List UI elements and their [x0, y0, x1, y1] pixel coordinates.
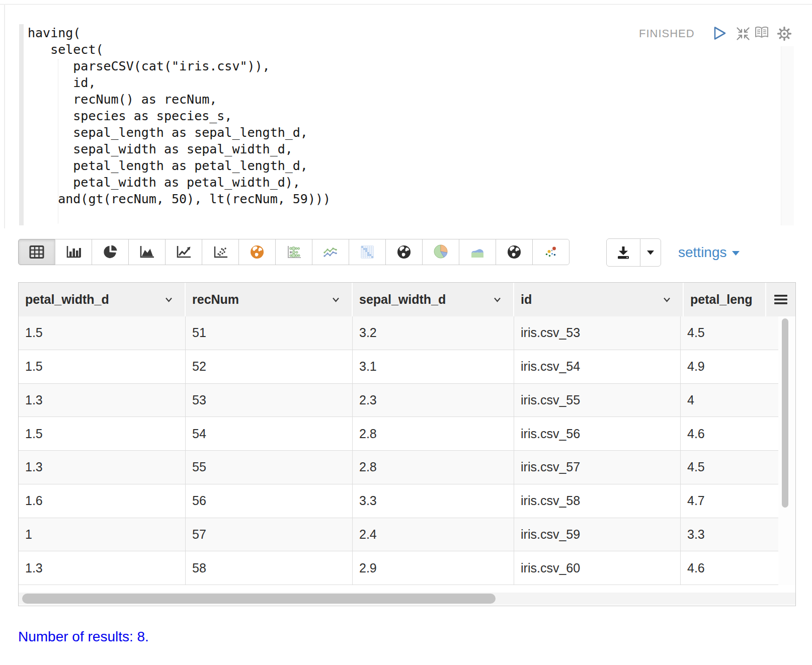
table-cell: 2.8	[353, 417, 514, 450]
table-cell: 58	[186, 551, 353, 585]
chevron-down-icon[interactable]	[332, 297, 340, 302]
code-line[interactable]: petal_width as petal_width_d),	[28, 174, 331, 191]
column-header-label: petal_width_d	[25, 292, 109, 306]
table-cell: 53	[186, 384, 353, 417]
code-line[interactable]: having(	[28, 25, 331, 41]
run-icon[interactable]	[713, 26, 726, 42]
vertical-scrollbar-track[interactable]	[778, 316, 795, 585]
multi-line-chart-button[interactable]	[312, 239, 349, 265]
pie-chart-button[interactable]	[92, 239, 129, 265]
code-line[interactable]: parseCSV(cat("iris.csv")),	[28, 58, 331, 74]
code-line[interactable]: id,	[28, 74, 331, 91]
stacked-area-chart-button[interactable]	[459, 239, 496, 265]
code-line[interactable]: select(	[28, 41, 331, 58]
pie-chart-color-icon	[433, 244, 449, 260]
bar-chart-icon	[65, 245, 82, 259]
table-cell: 1.5	[19, 316, 186, 350]
results-count-link: Number of results: 8.	[18, 629, 149, 645]
map-chart-button[interactable]	[238, 239, 276, 265]
code-line[interactable]: sepal_length as sepal_length_d,	[28, 124, 331, 141]
table-header-row: petal_width_d recNum sepal_width_d id	[19, 283, 795, 316]
chevron-down-icon[interactable]	[165, 297, 173, 302]
table-cell: 54	[186, 417, 353, 450]
line-chart-icon	[176, 245, 192, 259]
editor-scrollbar-track[interactable]	[781, 46, 794, 225]
chevron-down-icon[interactable]	[663, 297, 671, 302]
table-cell: 56	[186, 484, 353, 518]
paragraph-status-badge: FINISHED	[639, 27, 695, 40]
code-line[interactable]: and(gt(recNum, 50), lt(recNum, 59)))	[28, 191, 331, 207]
bubble-chart-button[interactable]	[275, 239, 312, 265]
table-cell: 3.2	[353, 316, 514, 350]
table-cell: 2.4	[353, 518, 514, 551]
table-cell: 52	[186, 350, 353, 383]
download-icon	[616, 245, 631, 260]
download-button[interactable]	[606, 238, 640, 267]
table-cell: 3.3	[353, 484, 514, 518]
table-cell: 57	[186, 518, 353, 551]
table-cell: iris.csv_53	[514, 316, 681, 350]
table-cell: iris.csv_58	[514, 484, 681, 518]
globe-orange-icon	[249, 244, 265, 260]
table-row: 1.3 53 2.3 iris.csv_55 4	[19, 384, 779, 418]
scatter-color-chart-button[interactable]	[532, 239, 570, 265]
table-row: 1.3 58 2.9 iris.csv_60 4.6	[19, 551, 779, 585]
chevron-down-icon[interactable]	[494, 297, 501, 302]
globe-dark-icon	[396, 244, 412, 260]
vertical-scrollbar-thumb[interactable]	[782, 318, 788, 508]
table-cell: 1.3	[19, 551, 186, 585]
table-row: 1.5 54 2.8 iris.csv_56 4.6	[19, 417, 779, 451]
code-editor[interactable]: having( select( parseCSV(cat("iris.csv")…	[28, 25, 331, 207]
table-view-button[interactable]	[18, 239, 55, 265]
multi-line-chart-icon	[322, 245, 339, 259]
column-header-label: petal_leng	[690, 292, 753, 306]
chart-type-toolbar	[18, 239, 570, 265]
column-header-petal-width[interactable]: petal_width_d	[19, 283, 186, 316]
table-cell: 4.7	[681, 484, 779, 518]
download-split-button	[606, 238, 661, 267]
collapse-icon[interactable]	[736, 26, 751, 43]
code-line[interactable]: species as species_s,	[28, 108, 331, 124]
column-header-recnum[interactable]: recNum	[186, 283, 353, 316]
matrix-chart-icon	[360, 244, 375, 260]
column-header-sepal-width[interactable]: sepal_width_d	[353, 283, 514, 316]
table-cell: 51	[186, 316, 353, 350]
gear-icon[interactable]	[776, 26, 792, 44]
bubble-chart-icon	[286, 244, 302, 260]
line-chart-button[interactable]	[165, 239, 202, 265]
pie-chart-color-button[interactable]	[422, 239, 459, 265]
download-options-button[interactable]	[640, 238, 661, 267]
column-header-petal-length[interactable]: petal_leng	[684, 283, 766, 316]
column-header-id[interactable]: id	[514, 283, 684, 316]
table-cell: 4.5	[681, 451, 779, 484]
table-menu-button[interactable]	[766, 283, 795, 316]
table-cell: 1.5	[19, 417, 186, 450]
globe-chart-button[interactable]	[385, 239, 423, 265]
code-line[interactable]: sepal_width as sepal_width_d,	[28, 141, 331, 157]
table-cell: iris.csv_55	[514, 384, 681, 417]
area-chart-button[interactable]	[128, 239, 166, 265]
code-line[interactable]: petal_length as petal_length_d,	[28, 157, 331, 174]
table-icon	[29, 245, 45, 259]
matrix-chart-button[interactable]	[349, 239, 386, 265]
scatter-chart-button[interactable]	[202, 239, 239, 265]
table-row: 1.3 55 2.8 iris.csv_57 4.5	[19, 451, 779, 484]
table-cell: 4.6	[681, 417, 779, 450]
horizontal-scrollbar-track[interactable]	[19, 593, 795, 605]
result-table: petal_width_d recNum sepal_width_d id	[18, 282, 796, 606]
settings-toggle[interactable]: settings	[678, 238, 740, 267]
table-cell: 1.5	[19, 350, 186, 383]
table-cell: 2.9	[353, 551, 514, 585]
scatter-chart-icon	[212, 245, 228, 259]
table-cell: 1.3	[19, 384, 186, 417]
horizontal-scrollbar-thumb[interactable]	[22, 594, 496, 604]
book-icon[interactable]	[754, 25, 770, 42]
globe-chart-button-2[interactable]	[496, 239, 533, 265]
table-row: 1.5 52 3.1 iris.csv_54 4.9	[19, 350, 779, 384]
table-body: 1.5 51 3.2 iris.csv_53 4.5 1.5 52 3.1 ir…	[19, 316, 779, 585]
code-line[interactable]: recNum() as recNum,	[28, 91, 331, 108]
table-cell: iris.csv_57	[514, 451, 681, 484]
table-cell: iris.csv_59	[514, 518, 681, 551]
table-cell: iris.csv_60	[514, 551, 681, 585]
bar-chart-button[interactable]	[55, 239, 92, 265]
